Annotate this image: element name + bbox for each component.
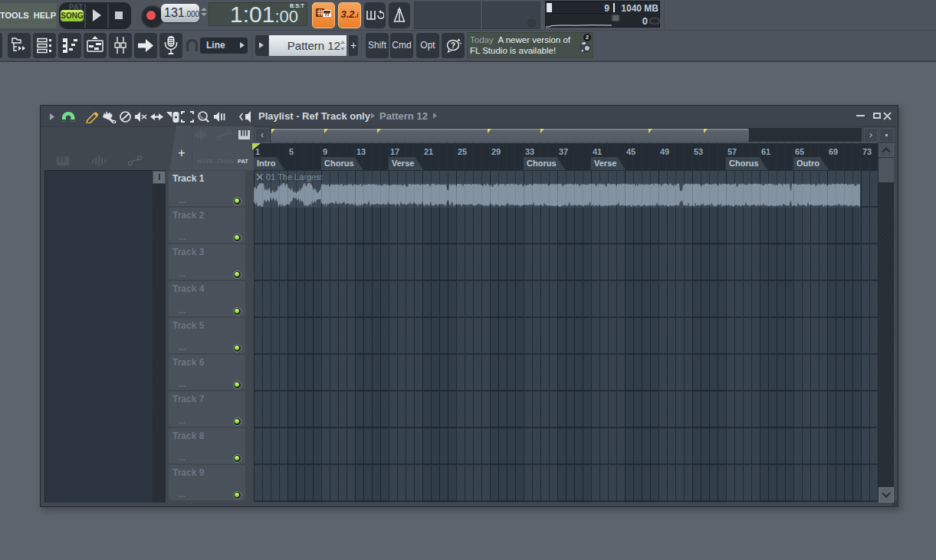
svg-text:?: ? [451, 41, 455, 50]
